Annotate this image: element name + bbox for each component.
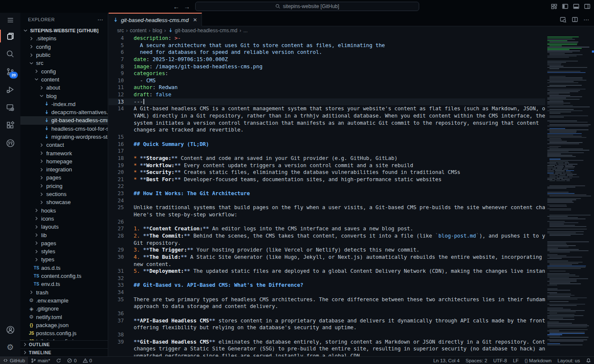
command-center-search[interactable]: sitepins-website [GitHub] (195, 2, 419, 11)
more-actions-icon[interactable]: ⋯ (583, 16, 590, 23)
editor-line-9[interactable]: 9categories: (109, 70, 545, 77)
tree-item-content-config-ts[interactable]: TScontent.config.ts (20, 272, 108, 280)
editor-line-wrap[interactable]: unmatched performance since files are se… (109, 353, 545, 356)
tree-item-public[interactable]: public (20, 51, 108, 59)
editor-line-23[interactable]: 23## How It Works: The Git Architecture (109, 190, 545, 197)
open-preview-icon[interactable] (560, 16, 566, 23)
breadcrumb-item[interactable]: src (117, 28, 124, 34)
run-debug-button[interactable] (0, 81, 20, 98)
editor-line-wrap[interactable]: offering flexibility but relying on the … (109, 324, 545, 331)
tree-item-sitepins-website-github[interactable]: SITEPINS-WEBSITE [GITHUB] (20, 26, 108, 34)
editor-line-14[interactable]: 14A Git-based headless CMS is a content … (109, 105, 545, 112)
menu-button[interactable] (0, 13, 20, 27)
status-spaces-2[interactable]: Spaces: 2 (462, 357, 490, 364)
status-sync[interactable] (53, 357, 64, 364)
toggle-secondary-sidebar-icon[interactable] (584, 3, 591, 10)
source-control-button[interactable]: 20 (0, 63, 20, 81)
search-button[interactable] (0, 45, 20, 63)
tree-item-env-d-ts[interactable]: TSenv.d.ts (20, 280, 108, 288)
editor-line-18[interactable]: 18* **Storage:** Content and code are sa… (109, 155, 545, 162)
tree-item-contact[interactable]: contact (20, 141, 108, 149)
editor-line-5[interactable]: 5 A secure architecture that uses Git to… (109, 42, 545, 49)
editor-line-26[interactable]: 26 (109, 218, 545, 226)
toggle-panel-icon[interactable] (573, 3, 580, 10)
editor-line-22[interactable]: 22 (109, 183, 545, 190)
editor-line-34[interactable]: 34 (109, 289, 545, 296)
editor-line-wrap[interactable]: new content. (109, 261, 545, 268)
editor-line-wrap[interactable]: YAML) directly in a Git repository, rath… (109, 112, 545, 120)
split-editor-icon[interactable] (572, 16, 578, 23)
tree-item-sitepins[interactable]: .sitepins (20, 34, 108, 42)
status-error[interactable]: 0 (64, 357, 79, 364)
tree-item-styles[interactable]: styles (20, 247, 108, 255)
editor-line-33[interactable]: 33## Git-Based vs. API-Based CMS: What's… (109, 282, 545, 289)
github-button[interactable] (0, 134, 20, 152)
editor-line-wrap[interactable]: changes are tracked and revertible. (109, 126, 545, 134)
editor-line-38[interactable]: 38 (109, 331, 545, 339)
status-remote[interactable]: GitHub (0, 357, 28, 364)
tree-item-env-example[interactable]: ⚙.env.example (20, 297, 108, 305)
editor-line-wrap[interactable]: system initiates a version control trans… (109, 120, 545, 127)
editor-line-6[interactable]: 6 need for databases for speed and relia… (109, 49, 545, 56)
explorer-button[interactable] (0, 27, 20, 45)
tree-item-lib[interactable]: lib (20, 231, 108, 239)
editor-line-7[interactable]: 7date: 2025-12-09T06:15:00.000Z (109, 56, 545, 63)
tab-close-icon[interactable]: ✕ (193, 17, 197, 23)
breadcrumb-item[interactable]: content (130, 28, 146, 34)
editor-line-21[interactable]: 21* **Best For:** Developer-focused team… (109, 176, 545, 183)
editor-line-39[interactable]: 39**Git-Based Headless CMS** eliminates … (109, 339, 545, 346)
status-utf-8[interactable]: UTF-8 (490, 357, 510, 364)
editor-line-wrap[interactable]: approach to data storage and content del… (109, 303, 545, 310)
status-lf[interactable]: LF (510, 357, 521, 364)
editor-line-28[interactable]: 282. **The Commit:** Behind the scenes, … (109, 232, 545, 240)
status-layout-us[interactable]: Layout: us (555, 357, 583, 364)
tree-item-netlify-toml[interactable]: ⚙netlify.toml (20, 313, 108, 321)
editor-line-10[interactable]: 10 - CMS (109, 77, 545, 84)
minimap[interactable] (545, 35, 594, 356)
tree-item-src[interactable]: src (20, 59, 108, 67)
back-icon[interactable]: ← (173, 3, 179, 10)
tree-item-types[interactable]: types (20, 255, 108, 263)
tree-item-hooks[interactable]: hooks (20, 207, 108, 215)
editor-line-11[interactable]: 11author: Redwan (109, 84, 545, 91)
tree-item-git-based-headless-cms-md[interactable]: git-based-headless-cms.md (20, 116, 108, 124)
tree-item-tailwind-config-js[interactable]: JStailwind.config.js (20, 337, 108, 340)
tree-item-pages[interactable]: pages (20, 174, 108, 182)
tree-item-headless-cms-tool-for-static-si[interactable]: headless-cms-tool-for-static-si... (20, 125, 108, 133)
tree-item-config[interactable]: config (20, 67, 108, 75)
tree-item-postcss-config-js[interactable]: JSpostcss.config.js (20, 329, 108, 337)
editor-line-29[interactable]: 293. **The Trigger:** Your hosting provi… (109, 246, 545, 254)
editor-line-12[interactable]: 12draft: false (109, 91, 545, 98)
code-area[interactable]: 4description: >-5 A secure architecture … (109, 35, 545, 356)
tree-item-pricing[interactable]: pricing (20, 182, 108, 190)
editor-line-35[interactable]: 35There are two primary types of headles… (109, 296, 545, 303)
explorer-more-actions-icon[interactable]: ⋯ (98, 16, 104, 23)
tree-item-about[interactable]: about (20, 84, 108, 92)
tree-item-layouts[interactable]: layouts (20, 223, 108, 231)
tree-item-framework[interactable]: framework (20, 149, 108, 157)
accounts-button[interactable] (0, 321, 20, 339)
editor-line-wrap[interactable]: changes trigger a Static Site Generator … (109, 345, 545, 353)
editor-line-37[interactable]: 37**API-Based Headless CMS** stores cont… (109, 317, 545, 325)
toggle-sidebar-icon[interactable] (562, 3, 569, 10)
editor-line-36[interactable]: 36 (109, 310, 545, 317)
editor-line-20[interactable]: 20* **Security:** Creates static files, … (109, 169, 545, 176)
tree-item-icons[interactable]: icons (20, 215, 108, 223)
settings-gear-button[interactable]: ⚙ (0, 339, 20, 356)
customize-layout-icon[interactable] (551, 3, 558, 10)
status-ln-13-col-4[interactable]: Ln 13, Col 4 (430, 357, 462, 364)
editor-line-15[interactable]: 15 (109, 134, 545, 141)
tree-item-decapcms-alternatives-md[interactable]: decapcms-alternatives.md (20, 108, 108, 116)
tree-item-content[interactable]: content (20, 76, 108, 84)
remote-explorer-button[interactable] (0, 98, 20, 116)
panel-timeline[interactable]: TIMELINE (20, 348, 108, 356)
editor-line-27[interactable]: 271. **Content Creation:** An editor log… (109, 225, 545, 232)
forward-icon[interactable]: → (184, 3, 190, 10)
extensions-button[interactable] (0, 116, 20, 134)
tree-item-integration[interactable]: integration (20, 165, 108, 174)
tree-item-showcase[interactable]: showcase (20, 198, 108, 206)
tree-item-homepage[interactable]: homepage (20, 157, 108, 165)
editor-line-24[interactable]: 24 (109, 197, 545, 204)
tree-item-pages[interactable]: pages (20, 239, 108, 247)
editor-line-8[interactable]: 8image: /images/git-based-headless-cms.p… (109, 63, 545, 70)
